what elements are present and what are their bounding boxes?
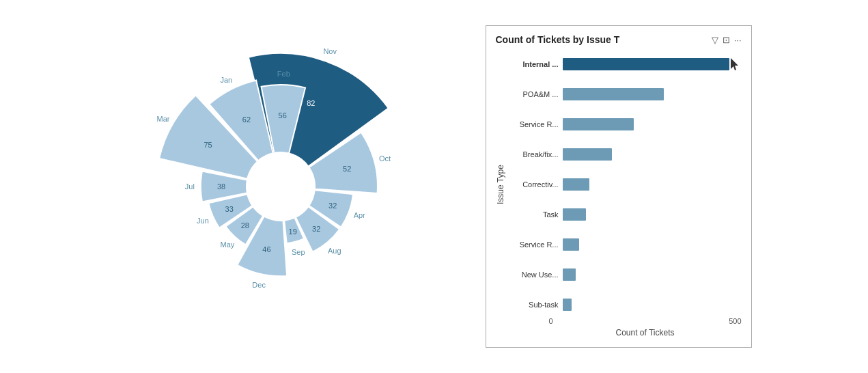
radial-value-May: 28 bbox=[240, 221, 249, 230]
bars-area: Internal ...POA&M ...Service R...Break/f… bbox=[509, 55, 742, 314]
bar-label-2: Service R... bbox=[509, 120, 559, 128]
bar-track-8 bbox=[563, 299, 742, 311]
bar-chart-header: Count of Tickets by Issue T ▽ ⊡ ··· bbox=[496, 34, 742, 45]
bar-chart-container: Count of Tickets by Issue T ▽ ⊡ ··· Issu… bbox=[486, 25, 752, 348]
bar-row: Correctiv... bbox=[509, 175, 742, 194]
radial-svg: 82Nov52Oct32Apr32Aug19Sep46Dec28May33Jun… bbox=[117, 23, 445, 350]
radial-value-Jul: 38 bbox=[216, 182, 225, 191]
x-axis-area: 0500 Count of Tickets bbox=[496, 317, 742, 337]
radial-value-Jan: 62 bbox=[242, 115, 250, 124]
bar-chart-icon-group: ▽ ⊡ ··· bbox=[712, 35, 742, 45]
radial-month-May: May bbox=[220, 240, 234, 249]
bar-row: POA&M ... bbox=[509, 85, 742, 104]
bar-label-6: Service R... bbox=[509, 240, 559, 249]
y-axis-label: Issue Type bbox=[496, 55, 505, 314]
bar-fill-4 bbox=[563, 178, 589, 191]
bar-row: Task bbox=[509, 205, 742, 224]
bar-fill-6 bbox=[563, 238, 579, 251]
radial-value-Dec: 46 bbox=[262, 245, 270, 253]
x-axis-label: Count of Tickets bbox=[549, 328, 742, 337]
radial-month-Nov: Nov bbox=[323, 47, 337, 55]
bar-track-0 bbox=[563, 58, 742, 70]
radial-month-Mar: Mar bbox=[156, 115, 169, 123]
bar-label-0: Internal ... bbox=[509, 60, 559, 68]
bar-fill-0 bbox=[563, 58, 729, 70]
radial-center bbox=[247, 152, 315, 221]
radial-month-Aug: Aug bbox=[328, 247, 341, 255]
cursor-indicator bbox=[729, 58, 739, 70]
radial-value-Sep: 19 bbox=[288, 227, 296, 236]
radial-chart: 82Nov52Oct32Apr32Aug19Sep46Dec28May33Jun… bbox=[117, 23, 445, 350]
radial-value-Feb: 56 bbox=[278, 111, 286, 120]
x-axis-ticks: 0500 bbox=[549, 317, 742, 325]
bar-row: New Use... bbox=[509, 265, 742, 284]
bar-fill-1 bbox=[563, 88, 664, 100]
radial-month-Dec: Dec bbox=[252, 281, 266, 289]
bar-track-6 bbox=[563, 238, 742, 251]
radial-month-Feb: Feb bbox=[277, 70, 290, 78]
filter-icon[interactable]: ▽ bbox=[712, 35, 718, 45]
radial-month-Jan: Jan bbox=[220, 76, 232, 84]
radial-value-Nov: 82 bbox=[307, 99, 315, 107]
bar-fill-7 bbox=[563, 268, 576, 281]
bar-track-4 bbox=[563, 178, 742, 191]
radial-month-Oct: Oct bbox=[379, 154, 391, 163]
radial-month-Sep: Sep bbox=[291, 248, 305, 256]
bar-row: Break/fix... bbox=[509, 145, 742, 164]
bar-track-5 bbox=[563, 208, 742, 221]
svg-marker-0 bbox=[731, 58, 738, 70]
radial-value-Oct: 52 bbox=[343, 165, 351, 173]
bar-fill-8 bbox=[563, 299, 572, 311]
bar-label-7: New Use... bbox=[509, 271, 559, 279]
radial-value-Aug: 32 bbox=[312, 225, 320, 233]
bar-track-2 bbox=[563, 118, 742, 130]
bar-fill-2 bbox=[563, 118, 634, 130]
bar-row: Service R... bbox=[509, 235, 742, 254]
expand-icon[interactable]: ⊡ bbox=[723, 35, 730, 45]
bar-row: Internal ... bbox=[509, 55, 742, 74]
radial-month-Jun: Jun bbox=[197, 217, 209, 225]
bar-label-8: Sub-task bbox=[509, 301, 559, 309]
x-tick-0: 0 bbox=[549, 317, 553, 325]
x-tick-500: 500 bbox=[729, 317, 741, 325]
chart-body: Issue Type Internal ...POA&M ...Service … bbox=[496, 55, 742, 314]
bar-track-1 bbox=[563, 88, 742, 100]
radial-value-Mar: 75 bbox=[204, 141, 212, 149]
bar-fill-3 bbox=[563, 148, 612, 161]
bar-track-3 bbox=[563, 148, 742, 161]
radial-value-Apr: 32 bbox=[328, 202, 337, 210]
bar-label-5: Task bbox=[509, 210, 559, 219]
bar-label-4: Correctiv... bbox=[509, 180, 559, 189]
bar-chart-title: Count of Tickets by Issue T bbox=[496, 34, 620, 45]
bar-label-3: Break/fix... bbox=[509, 150, 559, 158]
radial-month-Apr: Apr bbox=[353, 211, 365, 219]
more-icon[interactable]: ··· bbox=[734, 35, 742, 45]
radial-value-Jun: 33 bbox=[225, 205, 233, 213]
radial-month-Jul: Jul bbox=[184, 182, 194, 191]
bar-label-1: POA&M ... bbox=[509, 90, 559, 98]
bar-row: Sub-task bbox=[509, 295, 742, 314]
bar-fill-5 bbox=[563, 208, 587, 221]
bar-row: Service R... bbox=[509, 115, 742, 134]
bar-track-7 bbox=[563, 268, 742, 281]
